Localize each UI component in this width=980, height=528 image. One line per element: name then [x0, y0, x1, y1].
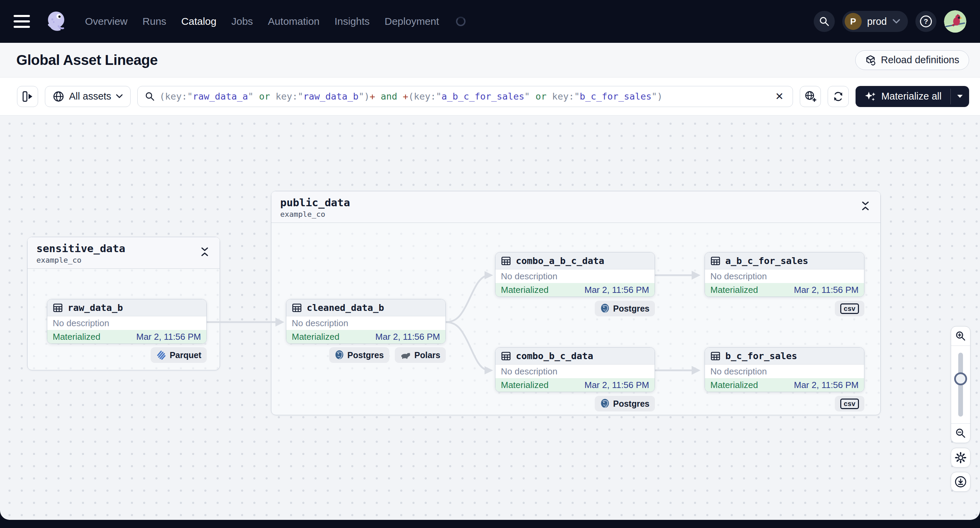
nav-item-runs[interactable]: Runs: [143, 16, 166, 27]
clear-search-button[interactable]: ✕: [774, 90, 785, 102]
chevron-down-icon: [892, 19, 900, 24]
asset-node-header: raw_data_b: [47, 299, 207, 316]
asset-scope-label: All assets: [69, 91, 111, 102]
zoom-slider-knob[interactable]: [954, 373, 967, 385]
tag-postgres[interactable]: Postgres: [595, 396, 655, 411]
graph-settings-button[interactable]: [951, 448, 970, 468]
materialize-all-button[interactable]: Materialize all: [856, 86, 969, 107]
top-navbar: Overview Runs Catalog Jobs Automation In…: [0, 0, 980, 43]
zoom-in-icon: [955, 331, 966, 341]
group-header[interactable]: public_data example_co: [271, 191, 880, 223]
tag-label: Parquet: [170, 350, 201, 360]
asset-node-header: cleaned_data_b: [286, 299, 445, 316]
nav-item-automation[interactable]: Automation: [268, 16, 320, 27]
nav-item-insights[interactable]: Insights: [335, 16, 370, 27]
open-side-panel-button[interactable]: [17, 86, 38, 107]
nav-item-deployment[interactable]: Deployment: [385, 16, 439, 27]
nav-item-catalog[interactable]: Catalog: [181, 16, 216, 27]
svg-text:?: ?: [924, 17, 928, 25]
user-avatar[interactable]: [944, 10, 966, 33]
materialization-timestamp: Mar 2, 11:56 PM: [584, 380, 649, 390]
asset-name: cleaned_data_b: [307, 303, 384, 313]
help-icon: ?: [919, 14, 933, 28]
asset-description: No description: [495, 270, 655, 283]
asset-status-row: Materialized Mar 2, 11:56 PM: [705, 378, 864, 392]
collapse-group-button[interactable]: [859, 199, 872, 214]
status-badge: Materialized: [292, 331, 339, 342]
deployment-name: prod: [867, 16, 887, 27]
table-icon: [501, 256, 511, 266]
search-query-text: (key:"raw_data_a" or key:"raw_data_b")+ …: [159, 91, 769, 101]
asset-node-cleaned-data-b[interactable]: cleaned_data_b No description Materializ…: [286, 299, 446, 344]
menu-icon[interactable]: [14, 15, 30, 28]
page-header: Global Asset Lineage Reload definitions: [0, 43, 980, 78]
asset-node-header: a_b_c_for_sales: [705, 252, 864, 270]
caret-down-icon: [956, 94, 963, 98]
nav-item-overview[interactable]: Overview: [85, 16, 127, 27]
asset-node-header: combo_b_c_data: [495, 347, 655, 365]
asset-name: raw_data_b: [68, 303, 123, 313]
reload-definitions-label: Reload definitions: [881, 54, 959, 66]
materialization-timestamp: Mar 2, 11:56 PM: [794, 380, 859, 390]
loading-spinner-icon: [456, 17, 466, 26]
asset-node-combo-b-c-data[interactable]: combo_b_c_data No description Materializ…: [495, 347, 655, 392]
refresh-icon: [832, 90, 845, 103]
asset-tags-row: csv: [705, 301, 864, 316]
materialize-all-main[interactable]: Materialize all: [856, 86, 950, 107]
asset-node-combo-a-b-c-data[interactable]: combo_a_b_c_data No description Material…: [495, 252, 655, 297]
deployment-initial-badge: P: [845, 13, 862, 30]
parquet-icon: [156, 350, 166, 360]
csv-icon: csv: [840, 303, 859, 314]
asset-name: a_b_c_for_sales: [725, 255, 808, 266]
nav-item-jobs[interactable]: Jobs: [231, 16, 253, 27]
asset-scope-dropdown[interactable]: All assets: [45, 86, 130, 107]
tag-parquet[interactable]: Parquet: [151, 347, 207, 363]
tag-csv[interactable]: csv: [835, 301, 864, 316]
help-button[interactable]: ?: [915, 11, 937, 32]
asset-description: No description: [705, 270, 864, 283]
table-icon: [292, 303, 302, 313]
asset-lineage-canvas[interactable]: sensitive_data example_co public_data ex…: [0, 116, 980, 520]
tag-postgres[interactable]: Postgres: [595, 301, 655, 316]
zoom-in-button[interactable]: [951, 327, 970, 346]
asset-search-input[interactable]: (key:"raw_data_a" or key:"raw_data_b")+ …: [137, 86, 793, 107]
collapse-group-button[interactable]: [199, 245, 211, 260]
download-graph-button[interactable]: [951, 472, 970, 492]
asset-node-raw-data-b[interactable]: raw_data_b No description Materialized M…: [47, 299, 207, 344]
zoom-control-panel: [951, 326, 970, 443]
materialization-timestamp: Mar 2, 11:56 PM: [136, 331, 201, 342]
tag-csv[interactable]: csv: [835, 396, 864, 411]
add-to-catalog-view-button[interactable]: [800, 86, 821, 107]
tag-polars[interactable]: Polars: [395, 347, 446, 363]
group-title: sensitive_data: [37, 242, 125, 254]
asset-tags-row: Postgres: [495, 396, 655, 411]
sparkles-icon: [864, 90, 877, 103]
group-header[interactable]: sensitive_data example_co: [27, 237, 220, 269]
download-icon: [955, 476, 967, 488]
search-button[interactable]: [814, 11, 835, 32]
zoom-slider[interactable]: [951, 346, 970, 424]
table-icon: [710, 351, 721, 361]
asset-name: combo_b_c_data: [516, 350, 593, 361]
refresh-button[interactable]: [828, 86, 849, 107]
materialization-timestamp: Mar 2, 11:56 PM: [794, 285, 859, 295]
table-icon: [501, 351, 511, 361]
nav-links: Overview Runs Catalog Jobs Automation In…: [85, 16, 466, 27]
gear-icon: [955, 452, 967, 464]
globe-plus-icon: [804, 90, 817, 103]
tag-label: Postgres: [613, 399, 649, 409]
tag-postgres[interactable]: Postgres: [329, 347, 389, 363]
dagster-logo-icon[interactable]: [43, 9, 68, 33]
asset-tags-row: csv: [705, 396, 864, 411]
asset-node-a-b-c-for-sales[interactable]: a_b_c_for_sales No description Materiali…: [705, 252, 864, 297]
zoom-out-button[interactable]: [951, 424, 970, 443]
reload-definitions-button[interactable]: Reload definitions: [855, 50, 969, 70]
page-title: Global Asset Lineage: [16, 52, 158, 68]
asset-description: No description: [47, 316, 207, 330]
materialize-options-button[interactable]: [951, 86, 969, 107]
materialization-timestamp: Mar 2, 11:56 PM: [375, 331, 440, 342]
materialization-timestamp: Mar 2, 11:56 PM: [584, 285, 649, 295]
asset-name: b_c_for_sales: [725, 350, 797, 361]
deployment-switcher[interactable]: P prod: [842, 11, 908, 32]
asset-node-b-c-for-sales[interactable]: b_c_for_sales No description Materialize…: [705, 347, 864, 392]
